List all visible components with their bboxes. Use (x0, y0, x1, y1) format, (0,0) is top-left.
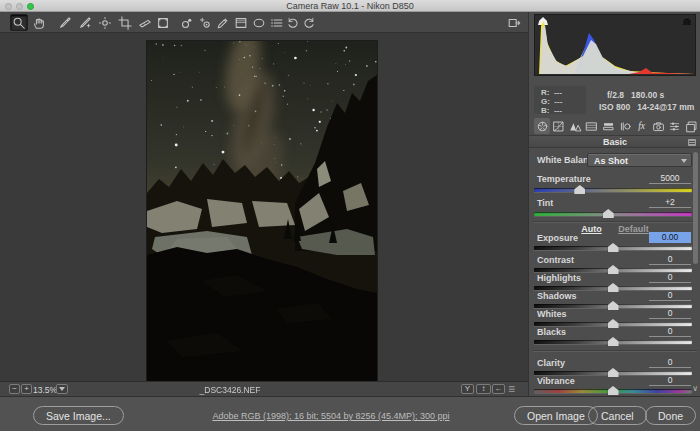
workflow-options-link[interactable]: Adobe RGB (1998); 16 bit; 5504 by 8256 (… (212, 411, 449, 421)
hand-tool[interactable] (30, 14, 48, 31)
zoom-out-button[interactable]: − (9, 384, 20, 394)
g-value: --- (554, 97, 562, 106)
tab-snapshots[interactable] (683, 118, 699, 134)
tab-detail[interactable] (567, 118, 583, 134)
whites-label: Whites (537, 309, 567, 319)
zoom-in-button[interactable]: + (21, 384, 32, 394)
clarity-value[interactable]: 0 (649, 357, 691, 368)
shadows-value[interactable]: 0 (649, 290, 691, 301)
panel-scrollbar[interactable] (693, 152, 698, 264)
filename: _DSC3426.NEF (200, 385, 261, 395)
auto-link[interactable]: Auto (581, 224, 602, 234)
white-balance-select[interactable]: As Shot (587, 153, 692, 167)
adjustment-panel: R: --- G: --- B: --- f/2.8 180.00 s ISO … (528, 12, 700, 396)
vibrance-label: Vibrance (537, 376, 575, 386)
crop-tool[interactable] (116, 14, 134, 31)
panel-tabs: fx (529, 118, 700, 135)
transform-tool[interactable] (154, 14, 172, 31)
exposure-slider-thumb[interactable] (608, 243, 619, 252)
toggle-filmstrip-icon[interactable] (505, 14, 523, 31)
canvas (0, 33, 528, 381)
radial-filter-tool[interactable] (250, 14, 268, 31)
shutter-value: 180.00 s (631, 90, 664, 100)
aperture-value: f/2.8 (607, 90, 624, 100)
tab-fx[interactable]: fx (634, 118, 650, 134)
temperature-value[interactable]: 5000 (649, 173, 691, 184)
open-image-button[interactable]: Open Image (514, 406, 598, 425)
preview-area: − + 13.5% _DSC3426.NEF Y ↕ ← ≡ (0, 12, 528, 396)
blacks-value[interactable]: 0 (649, 326, 691, 337)
blacks-slider[interactable] (534, 340, 692, 344)
tab-presets[interactable] (667, 118, 683, 134)
tab-hsl[interactable] (584, 118, 600, 134)
vibrance-slider-thumb[interactable] (608, 386, 619, 395)
straighten-tool[interactable] (136, 14, 154, 31)
camera-raw-window: Camera Raw 10.1 - Nikon D850 (0, 0, 700, 431)
b-label: B: (541, 106, 549, 115)
tint-label: Tint (537, 198, 553, 208)
chevron-down-icon (59, 387, 65, 391)
tab-camera[interactable] (650, 118, 666, 134)
photo-preview[interactable] (147, 41, 377, 381)
targeted-adjustment-tool[interactable] (96, 14, 114, 31)
default-link[interactable]: Default (618, 224, 649, 234)
preview-menu-icon[interactable]: ≡ (508, 382, 515, 396)
tab-basic[interactable] (534, 118, 550, 134)
before-after-toggle-button[interactable]: Y (461, 384, 474, 394)
clarity-label: Clarity (537, 358, 565, 368)
shadows-slider-thumb[interactable] (608, 301, 619, 310)
g-label: G: (541, 97, 550, 106)
save-image-button[interactable]: Save Image... (33, 406, 124, 425)
tint-slider-thumb[interactable] (603, 209, 614, 218)
copy-settings-button[interactable]: ← (492, 384, 505, 394)
tab-tonecurve[interactable] (551, 118, 567, 134)
done-button[interactable]: Done (645, 406, 696, 425)
bottom-bar: Save Image... Adobe RGB (1998); 16 bit; … (0, 396, 700, 431)
graduated-filter-tool[interactable] (232, 14, 250, 31)
tab-lens[interactable] (617, 118, 633, 134)
highlights-value[interactable]: 0 (649, 272, 691, 283)
histogram (534, 14, 696, 76)
vibrance-slider[interactable] (534, 389, 692, 393)
exposure-value[interactable]: 0.00 (649, 232, 691, 243)
swap-before-after-button[interactable]: ↕ (476, 384, 491, 394)
histogram-plot (536, 18, 694, 74)
color-sampler-tool[interactable] (76, 14, 94, 31)
whites-value[interactable]: 0 (649, 308, 691, 319)
status-strip: − + 13.5% _DSC3426.NEF Y ↕ ← ≡ (0, 381, 528, 396)
iso-value: ISO 800 (599, 102, 630, 112)
exposure-label: Exposure (537, 233, 578, 243)
red-eye-tool[interactable] (196, 14, 214, 31)
zoom-tool[interactable] (10, 14, 28, 31)
panel-menu-icon[interactable] (688, 139, 696, 146)
zoom-level-dropdown[interactable] (56, 384, 68, 394)
divider (533, 221, 697, 223)
highlights-slider-thumb[interactable] (608, 283, 619, 292)
r-label: R: (541, 88, 549, 97)
exposure-slider[interactable] (534, 246, 692, 250)
contrast-slider-thumb[interactable] (608, 265, 619, 274)
tint-slider[interactable] (534, 212, 692, 216)
rotate-right-tool[interactable] (300, 14, 318, 31)
tint-value[interactable]: +2 (649, 197, 691, 208)
blacks-slider-thumb[interactable] (608, 337, 619, 346)
adjustment-brush-tool[interactable] (214, 14, 232, 31)
contrast-value[interactable]: 0 (649, 254, 691, 265)
spot-removal-tool[interactable] (178, 14, 196, 31)
blacks-label: Blacks (537, 327, 566, 337)
tab-split[interactable] (600, 118, 616, 134)
highlights-label: Highlights (537, 273, 581, 283)
zoom-level-value: 13.5% (33, 385, 57, 395)
window-title: Camera Raw 10.1 - Nikon D850 (0, 1, 700, 11)
scroll-down-icon[interactable]: ∨ (692, 384, 698, 393)
temperature-slider[interactable] (534, 188, 692, 192)
temperature-slider-thumb[interactable] (574, 185, 585, 194)
lens-value: 14-24@17 mm (637, 102, 694, 112)
white-balance-tool[interactable] (56, 14, 74, 31)
cancel-button[interactable]: Cancel (588, 406, 647, 425)
vibrance-value[interactable]: 0 (649, 375, 691, 386)
panel-title: Basic (529, 137, 700, 147)
whites-slider-thumb[interactable] (608, 319, 619, 328)
clarity-slider-thumb[interactable] (608, 368, 619, 377)
titlebar: Camera Raw 10.1 - Nikon D850 (0, 0, 700, 12)
